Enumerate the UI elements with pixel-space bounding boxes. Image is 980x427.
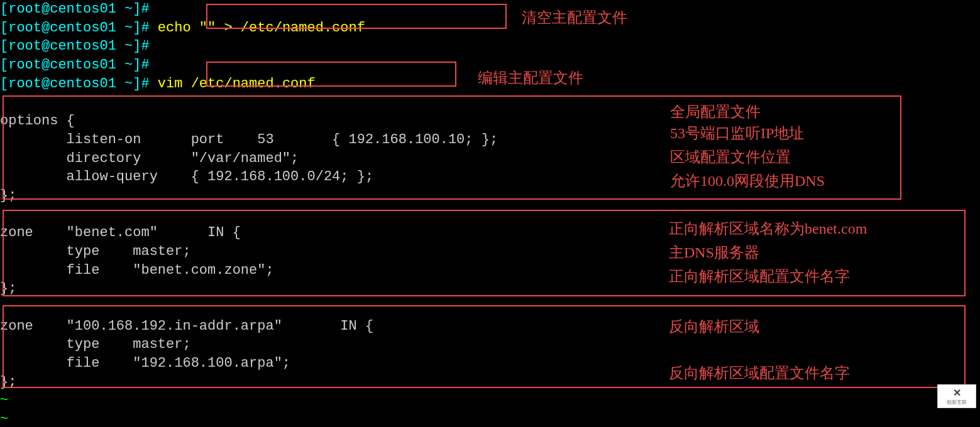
conf-options-close: }; — [0, 186, 980, 205]
vim-tilde: ~ — [0, 410, 980, 427]
blank-line — [0, 298, 980, 317]
watermark-text: 创新互联 — [947, 399, 967, 406]
annotation-reverse-zone-file: 反向解析区域配置文件名字 — [669, 363, 850, 383]
annotation-reverse-zone: 反向解析区域 — [669, 316, 759, 337]
watermark-icon: ✕ — [953, 386, 961, 400]
conf-directory: directory "/var/named"; — [0, 149, 980, 168]
annotation-port53-listen: 53号端口监听IP地址 — [670, 123, 804, 143]
zone-arpa-open: zone "100.168.192.in-addr.arpa" IN { — [0, 317, 980, 336]
zone-benet-type: type master; — [0, 242, 980, 261]
annotation-clear-config: 清空主配置文件 — [522, 8, 627, 28]
annotation-global-config: 全局配置文件 — [670, 102, 761, 122]
conf-allow-query: allow-query { 192.168.100.0/24; }; — [0, 168, 980, 186]
annotation-edit-config: 编辑主配置文件 — [478, 68, 583, 88]
vim-tilde: ~ — [0, 391, 980, 410]
annotation-master-dns: 主DNS服务器 — [669, 242, 759, 262]
prompt-line: [root@centos01 ~]# — [0, 0, 980, 19]
watermark-logo: ✕ 创新互联 — [937, 384, 976, 408]
zone-arpa-type: type master; — [0, 335, 980, 354]
cmd-echo-line: [root@centos01 ~]# echo "" > /etc/named.… — [0, 19, 980, 38]
annotation-forward-zone-name: 正向解析区域名称为benet.com — [669, 219, 867, 239]
conf-options-open: options { — [0, 112, 980, 131]
prompt-line: [root@centos01 ~]# — [0, 37, 980, 56]
annotation-zone-file-loc: 区域配置文件位置 — [670, 147, 791, 167]
blank-line — [0, 93, 980, 112]
annotation-allow-network: 允许100.0网段使用DNS — [670, 171, 825, 191]
conf-listen-on: listen-on port 53 { 192.168.100.10; }; — [0, 131, 980, 149]
annotation-forward-zone-file: 正向解析区域配置文件名字 — [669, 266, 850, 286]
